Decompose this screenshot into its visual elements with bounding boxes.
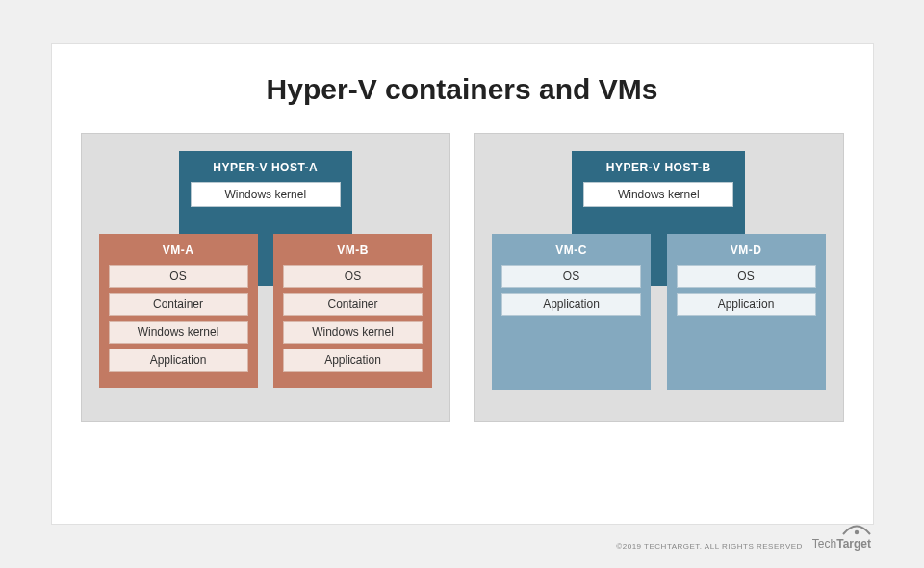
host-b-vms: VM-C OS Application VM-D OS Application bbox=[475, 234, 843, 390]
svg-point-0 bbox=[855, 530, 859, 534]
diagram-title: Hyper-V containers and VMs bbox=[81, 73, 844, 106]
panel-host-b: HYPER-V HOST-B Windows kernel VM-C OS Ap… bbox=[474, 133, 844, 422]
host-a-block: HYPER-V HOST-A Windows kernel bbox=[179, 151, 352, 219]
vm-d-label: VM-D bbox=[677, 244, 816, 265]
vm-c-label: VM-C bbox=[501, 244, 641, 265]
vm-a-label: VM-A bbox=[109, 244, 248, 265]
vm-b-row-0: OS bbox=[283, 265, 423, 288]
vm-a-row-0: OS bbox=[109, 265, 248, 288]
techtarget-logo: TechTarget bbox=[812, 524, 871, 551]
copyright-text: ©2019 TECHTARGET. ALL RIGHTS RESERVED bbox=[616, 542, 803, 551]
host-b-label: HYPER-V HOST-B bbox=[572, 161, 745, 182]
panels-row: HYPER-V HOST-A Windows kernel VM-A OS Co… bbox=[81, 133, 844, 422]
host-b-kernel: Windows kernel bbox=[583, 182, 733, 207]
vm-a-row-1: Container bbox=[109, 293, 248, 316]
vm-d-row-1: Application bbox=[677, 293, 816, 316]
vm-a-row-3: Application bbox=[109, 349, 248, 372]
host-b-block: HYPER-V HOST-B Windows kernel bbox=[572, 151, 745, 219]
vm-d-row-0: OS bbox=[677, 265, 816, 288]
vm-b-row-1: Container bbox=[283, 293, 423, 316]
vm-a-row-2: Windows kernel bbox=[109, 321, 248, 344]
logo-prefix: Tech bbox=[812, 537, 836, 551]
vm-b-row-2: Windows kernel bbox=[283, 321, 423, 344]
vm-b: VM-B OS Container Windows kernel Applica… bbox=[273, 234, 432, 388]
host-a-label: HYPER-V HOST-A bbox=[179, 161, 352, 182]
host-a-kernel: Windows kernel bbox=[191, 182, 341, 207]
vm-b-row-3: Application bbox=[283, 349, 423, 372]
vm-d: VM-D OS Application bbox=[667, 234, 826, 390]
diagram-card: Hyper-V containers and VMs HYPER-V HOST-… bbox=[51, 43, 874, 525]
panel-host-a: HYPER-V HOST-A Windows kernel VM-A OS Co… bbox=[81, 133, 451, 422]
vm-c-row-0: OS bbox=[501, 265, 641, 288]
logo-text: TechTarget bbox=[812, 537, 871, 551]
host-a-vms: VM-A OS Container Windows kernel Applica… bbox=[82, 234, 450, 388]
eye-icon bbox=[842, 524, 871, 535]
vm-c: VM-C OS Application bbox=[492, 234, 651, 390]
logo-suffix: Target bbox=[836, 537, 871, 551]
footer: ©2019 TECHTARGET. ALL RIGHTS RESERVED Te… bbox=[616, 524, 871, 551]
vm-a: VM-A OS Container Windows kernel Applica… bbox=[99, 234, 258, 388]
vm-c-row-1: Application bbox=[501, 293, 641, 316]
vm-b-label: VM-B bbox=[283, 244, 423, 265]
